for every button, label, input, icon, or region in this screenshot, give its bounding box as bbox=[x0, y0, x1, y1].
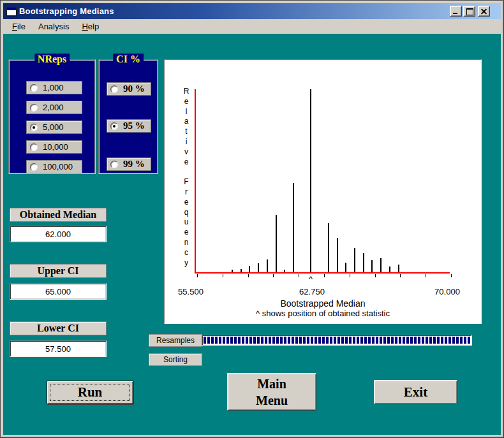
y-axis-line bbox=[195, 89, 196, 274]
obtained-statistic-caret: ^ bbox=[309, 274, 313, 284]
ci-frame-title: CI % bbox=[113, 54, 144, 65]
main-menu-line1: Main bbox=[257, 376, 286, 392]
y-axis-label: RelativeFrequency bbox=[181, 87, 191, 268]
ci-frame: CI % 90 % 95 % 99 % bbox=[98, 59, 158, 174]
nreps-option-10000[interactable]: 10,000 bbox=[26, 140, 82, 154]
x-axis-tick bbox=[223, 274, 223, 277]
radio-icon[interactable] bbox=[110, 122, 118, 130]
histogram-spike bbox=[293, 183, 294, 272]
option-label: 2,000 bbox=[43, 103, 64, 112]
histogram-spike bbox=[363, 253, 364, 272]
menu-file[interactable]: File bbox=[7, 20, 31, 33]
histogram-spike bbox=[232, 270, 233, 272]
nreps-option-2000[interactable]: 2,000 bbox=[26, 101, 82, 114]
histogram-spike bbox=[241, 269, 242, 272]
lower-ci-label: Lower CI bbox=[10, 321, 107, 335]
run-button[interactable]: Run bbox=[47, 381, 133, 404]
histogram-spike bbox=[380, 258, 382, 272]
menu-help[interactable]: Help bbox=[77, 20, 104, 33]
radio-icon[interactable] bbox=[30, 84, 38, 92]
minimize-button[interactable] bbox=[450, 6, 462, 17]
exit-button[interactable]: Exit bbox=[374, 380, 457, 404]
histogram-spike bbox=[267, 259, 268, 272]
histogram-spike bbox=[328, 223, 329, 272]
x-axis-tick bbox=[248, 274, 249, 277]
client-area: NReps 1,000 2,000 5,000 10,000 100,000 C… bbox=[3, 34, 501, 435]
histogram-spike bbox=[310, 89, 311, 272]
upper-ci-label: Upper CI bbox=[10, 264, 107, 278]
x-axis-tick bbox=[400, 274, 401, 277]
x-axis-tick bbox=[273, 274, 274, 277]
maximize-button[interactable] bbox=[463, 6, 475, 17]
histogram-spike bbox=[345, 263, 346, 272]
resamples-progress-fill bbox=[204, 337, 470, 344]
resamples-label: Resamples bbox=[149, 334, 202, 347]
menu-analysis[interactable]: Analysis bbox=[33, 20, 74, 33]
histogram-spike bbox=[249, 266, 250, 272]
sorting-label: Sorting bbox=[149, 353, 202, 366]
x-axis-tick bbox=[350, 274, 350, 277]
x-axis-tick bbox=[324, 274, 325, 277]
option-label: 5,000 bbox=[43, 122, 64, 132]
radio-icon[interactable] bbox=[30, 104, 38, 112]
x-tick-label-mid: 62.750 bbox=[299, 287, 325, 296]
ci-option-90[interactable]: 90 % bbox=[107, 82, 151, 96]
nreps-option-1000[interactable]: 1,000 bbox=[26, 81, 82, 94]
radio-icon[interactable] bbox=[30, 163, 38, 171]
option-label: 95 % bbox=[123, 120, 145, 131]
title-bar[interactable]: Bootstrapping Medians bbox=[3, 3, 501, 19]
option-label: 99 % bbox=[123, 159, 145, 170]
window-title: Bootstrapping Medians bbox=[19, 6, 450, 16]
lower-ci-value: 57.500 bbox=[10, 340, 107, 357]
x-tick-label-max: 70.000 bbox=[434, 287, 460, 296]
histogram-spike bbox=[337, 238, 338, 272]
resamples-progressbar bbox=[202, 335, 472, 346]
x-axis-title: Bootstrapped Median bbox=[165, 298, 481, 309]
x-axis-tick bbox=[375, 274, 376, 277]
chart-note: ^ shows position of obtained statistic bbox=[165, 309, 481, 318]
ci-option-95[interactable]: 95 % bbox=[107, 119, 151, 133]
radio-icon[interactable] bbox=[110, 161, 118, 168]
chart-panel: RelativeFrequency ^ 55.500 62.750 70.000… bbox=[164, 59, 482, 324]
main-menu-line2: Menu bbox=[256, 392, 288, 409]
option-label: 10,000 bbox=[43, 142, 68, 152]
option-label: 1,000 bbox=[43, 83, 64, 92]
radio-icon[interactable] bbox=[30, 124, 38, 131]
obtained-median-label: Obtained Median bbox=[10, 208, 107, 222]
x-tick-label-min: 55.500 bbox=[178, 287, 204, 296]
upper-ci-value: 65.000 bbox=[10, 283, 107, 300]
app-window: { "window": { "title": "Bootstrapping Me… bbox=[0, 0, 504, 438]
x-axis-tick bbox=[426, 274, 426, 277]
histogram-spike bbox=[276, 215, 277, 272]
ci-option-99[interactable]: 99 % bbox=[107, 157, 151, 171]
chart-plot: RelativeFrequency ^ 55.500 62.750 70.000… bbox=[165, 60, 481, 323]
x-axis-tick bbox=[299, 274, 299, 277]
nreps-option-5000[interactable]: 5,000 bbox=[26, 120, 82, 134]
histogram-spike bbox=[389, 266, 390, 272]
radio-icon[interactable] bbox=[110, 85, 118, 93]
histogram-spike bbox=[371, 260, 373, 272]
nreps-option-100000[interactable]: 100,000 bbox=[26, 160, 82, 173]
histogram-spike bbox=[258, 263, 259, 272]
option-label: 90 % bbox=[123, 84, 145, 94]
obtained-median-value: 62.000 bbox=[10, 226, 107, 242]
menu-bar: File Analysis Help bbox=[3, 19, 501, 34]
x-axis-line bbox=[195, 272, 450, 274]
histogram-spike bbox=[398, 265, 399, 272]
x-axis-tick bbox=[197, 274, 198, 277]
close-button[interactable] bbox=[478, 6, 490, 17]
app-form-icon bbox=[6, 7, 17, 16]
x-axis-tick bbox=[451, 274, 452, 277]
histogram-spike bbox=[354, 248, 355, 272]
nreps-frame: NReps 1,000 2,000 5,000 10,000 100,000 bbox=[8, 59, 96, 174]
radio-icon[interactable] bbox=[30, 143, 38, 151]
main-menu-button[interactable]: Main Menu bbox=[227, 373, 316, 411]
histogram-spike bbox=[284, 270, 285, 272]
nreps-frame-title: NReps bbox=[34, 54, 70, 65]
option-label: 100,000 bbox=[43, 162, 73, 172]
